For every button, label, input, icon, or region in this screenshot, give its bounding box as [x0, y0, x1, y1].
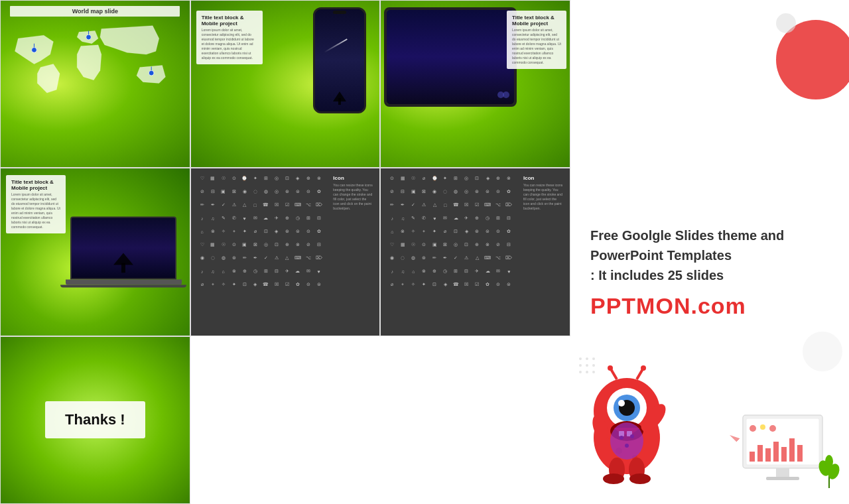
svg-point-64 — [592, 371, 595, 373]
svg-rect-44 — [773, 442, 779, 462]
slide-2-phone — [313, 7, 366, 113]
svg-point-9 — [497, 92, 504, 98]
slide-2-phone-text[interactable]: Title text block & Mobile project Lorem … — [190, 0, 381, 168]
svg-rect-40 — [766, 477, 799, 480]
svg-marker-7 — [333, 92, 346, 101]
svg-point-48 — [750, 425, 756, 432]
slide-3-tablet-text[interactable]: Title text block & Mobile project Lorem … — [380, 0, 570, 168]
slide-7-thanks[interactable]: Thanks ! — [0, 336, 190, 504]
svg-point-56 — [579, 357, 582, 360]
slide-4-laptop-img — [70, 216, 186, 287]
svg-point-63 — [586, 371, 588, 373]
svg-point-61 — [592, 364, 595, 367]
svg-point-58 — [592, 357, 595, 360]
world-map-svg — [5, 19, 184, 109]
brand-name: PPTMON.com — [590, 293, 784, 319]
slide-1-world-map[interactable]: World map slide — [0, 0, 190, 168]
svg-point-54 — [825, 455, 833, 468]
slide-6-icon-label: Icon You can resize these icons keeping … — [520, 172, 566, 332]
svg-point-30 — [641, 365, 646, 371]
svg-point-50 — [769, 425, 776, 432]
svg-point-4 — [149, 70, 154, 76]
svg-point-62 — [579, 371, 582, 373]
promo-line3: : It includes 25 slides — [590, 265, 784, 285]
promo-line2: PowerPoint Templates — [590, 245, 784, 265]
thanks-background: Thanks ! — [1, 337, 190, 503]
decorative-grey-circle-small — [776, 13, 796, 33]
slide-6-inner: ⊙ ▦ ☉ ⌀ ⌚ ✦ ⊞ ◎ ⊡ ◈ ⊕ ⊗ ⊘ — [381, 168, 570, 335]
slide-4-text-block: Title text block & Mobile project Lorem … — [6, 175, 66, 233]
slide-5-icons[interactable]: ♡ ▦ ☉ ⊙ ⌚ ✦ ⊞ ◎ ⊡ ◈ ⊕ ⊗ ⊘ — [190, 168, 381, 336]
svg-point-0 — [32, 47, 37, 52]
slide-5-inner: ♡ ▦ ☉ ⊙ ⌚ ✦ ⊞ ◎ ⊡ ◈ ⊕ ⊗ ⊘ — [191, 168, 380, 335]
svg-rect-47 — [797, 445, 803, 462]
slide-6-icons-grid: ⊙ ▦ ☉ ⌀ ⌚ ✦ ⊞ ◎ ⊡ ◈ ⊕ ⊗ ⊘ — [384, 172, 520, 332]
svg-point-59 — [579, 364, 582, 367]
dot-decorations — [577, 355, 604, 385]
promo-line1: Free Goolgle Slides theme and — [590, 225, 784, 245]
svg-rect-46 — [789, 438, 795, 462]
svg-rect-45 — [781, 447, 787, 462]
slide-3-tablet — [384, 7, 517, 107]
promo-text-block: Free Goolgle Slides theme and PowerPoint… — [590, 186, 784, 319]
svg-point-57 — [586, 357, 588, 360]
svg-point-28 — [608, 365, 613, 371]
slide-3-text-block: Title text block & Mobile project Lorem … — [507, 11, 566, 69]
slide-5-icon-label: Icon You can resize these icons keeping … — [330, 172, 376, 332]
slide-4-laptop[interactable]: Title text block & Mobile project Lorem … — [0, 168, 190, 336]
svg-point-60 — [586, 364, 588, 367]
empty-cell-8 — [190, 336, 381, 504]
svg-rect-41 — [750, 452, 755, 462]
svg-point-2 — [86, 34, 92, 40]
svg-point-34 — [620, 436, 623, 440]
svg-marker-11 — [113, 253, 133, 265]
slide-1-title: World map slide — [10, 6, 180, 17]
svg-point-36 — [625, 444, 629, 448]
thanks-box: Thanks ! — [45, 401, 145, 438]
slide-6-icons-2[interactable]: ⊙ ▦ ☉ ⌀ ⌚ ✦ ⊞ ◎ ⊡ ◈ ⊕ ⊗ ⊘ — [380, 168, 570, 336]
svg-point-35 — [630, 434, 634, 438]
thanks-text: Thanks ! — [65, 411, 125, 428]
svg-rect-39 — [776, 468, 789, 478]
svg-point-25 — [603, 473, 624, 484]
svg-point-33 — [610, 422, 643, 460]
svg-point-49 — [760, 424, 765, 430]
svg-rect-43 — [765, 448, 771, 462]
decorative-grey-circle-medium — [803, 332, 842, 371]
empty-cell-9 — [380, 336, 570, 504]
right-promo-panel: Free Goolgle Slides theme and PowerPoint… — [570, 0, 849, 504]
svg-rect-42 — [757, 445, 763, 462]
svg-point-26 — [629, 473, 651, 484]
computer-graphic — [716, 409, 849, 497]
slide-2-text-block: Title text block & Mobile project Lorem … — [196, 11, 263, 64]
svg-point-17 — [618, 400, 625, 407]
slide-5-icons-grid: ♡ ▦ ☉ ⊙ ⌚ ✦ ⊞ ◎ ⊡ ◈ ⊕ ⊗ ⊘ — [194, 172, 330, 332]
